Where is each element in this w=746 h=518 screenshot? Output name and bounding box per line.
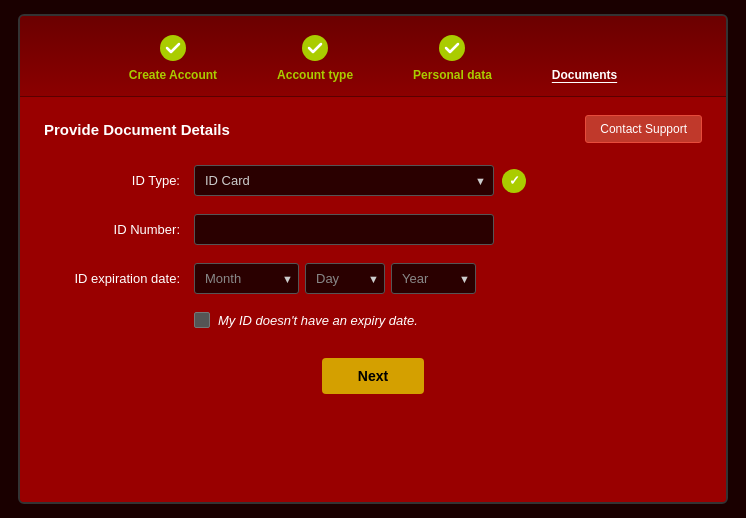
account-type-check-icon — [301, 34, 329, 62]
id-number-input[interactable] — [194, 214, 494, 245]
id-number-control — [194, 214, 494, 245]
documents-icon — [570, 34, 598, 62]
step-documents[interactable]: Documents — [552, 34, 617, 82]
create-account-check-icon — [159, 34, 187, 62]
year-select[interactable]: Year for(let y=2024;y<=2040;y++) documen… — [391, 263, 476, 294]
month-select-wrapper: Month JanuaryFebruaryMarch AprilMayJune … — [194, 263, 299, 294]
day-select[interactable]: Day for(let i=1;i<=31;i++) document.writ… — [305, 263, 385, 294]
step-personal-data[interactable]: Personal data — [413, 34, 492, 82]
stepper: Create Account Account type Personal dat… — [20, 16, 726, 97]
no-expiry-row: My ID doesn't have an expiry date. — [194, 312, 702, 328]
step-account-type[interactable]: Account type — [277, 34, 353, 82]
content-area: Provide Document Details Contact Support… — [20, 97, 726, 502]
id-number-label: ID Number: — [44, 222, 194, 237]
day-select-wrapper: Day for(let i=1;i<=31;i++) document.writ… — [305, 263, 385, 294]
step-create-account-label: Create Account — [129, 68, 217, 82]
no-expiry-checkbox-wrapper[interactable]: My ID doesn't have an expiry date. — [194, 312, 418, 328]
svg-point-1 — [302, 35, 328, 61]
button-row: Next — [44, 358, 702, 394]
no-expiry-checkbox[interactable] — [194, 312, 210, 328]
step-account-type-label: Account type — [277, 68, 353, 82]
id-number-row: ID Number: — [44, 214, 702, 245]
content-header: Provide Document Details Contact Support — [44, 115, 702, 143]
date-selects: Month JanuaryFebruaryMarch AprilMayJune … — [194, 263, 476, 294]
step-create-account[interactable]: Create Account — [129, 34, 217, 82]
svg-point-2 — [439, 35, 465, 61]
id-type-row: ID Type: ID Card Passport Driver's Licen… — [44, 165, 702, 196]
personal-data-check-icon — [438, 34, 466, 62]
id-type-label: ID Type: — [44, 173, 194, 188]
step-documents-label: Documents — [552, 68, 617, 82]
id-type-select[interactable]: ID Card Passport Driver's License — [194, 165, 494, 196]
next-button[interactable]: Next — [322, 358, 424, 394]
main-window: Create Account Account type Personal dat… — [18, 14, 728, 504]
year-select-wrapper: Year for(let y=2024;y<=2040;y++) documen… — [391, 263, 476, 294]
id-type-check-icon: ✓ — [502, 169, 526, 193]
section-title: Provide Document Details — [44, 121, 230, 138]
id-expiration-row: ID expiration date: Month JanuaryFebruar… — [44, 263, 702, 294]
id-type-control: ID Card Passport Driver's License ▼ ✓ — [194, 165, 526, 196]
id-expiration-control: Month JanuaryFebruaryMarch AprilMayJune … — [194, 263, 476, 294]
svg-point-0 — [160, 35, 186, 61]
contact-support-button[interactable]: Contact Support — [585, 115, 702, 143]
id-type-select-wrapper: ID Card Passport Driver's License ▼ — [194, 165, 494, 196]
month-select[interactable]: Month JanuaryFebruaryMarch AprilMayJune … — [194, 263, 299, 294]
id-expiration-label: ID expiration date: — [44, 271, 194, 286]
no-expiry-label: My ID doesn't have an expiry date. — [218, 313, 418, 328]
step-personal-data-label: Personal data — [413, 68, 492, 82]
